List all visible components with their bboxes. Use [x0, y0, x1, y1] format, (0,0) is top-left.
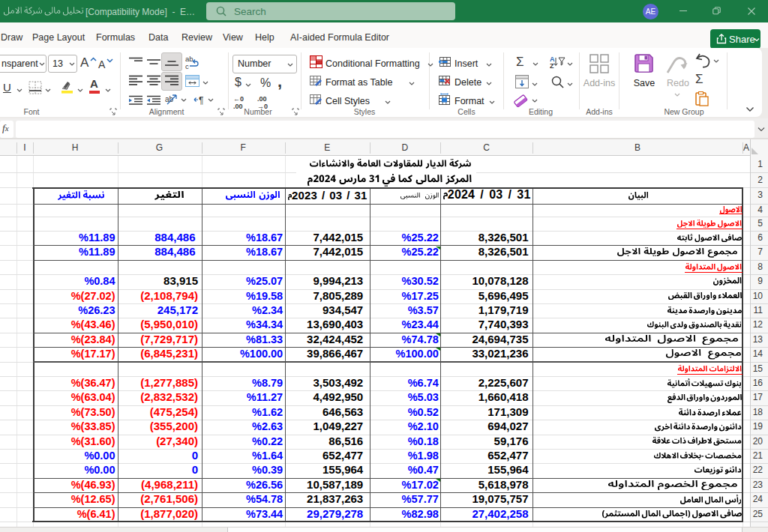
svg-text:¶: ¶: [199, 95, 203, 105]
svg-text:c: c: [185, 62, 189, 70]
svg-text:Z: Z: [550, 62, 554, 69]
